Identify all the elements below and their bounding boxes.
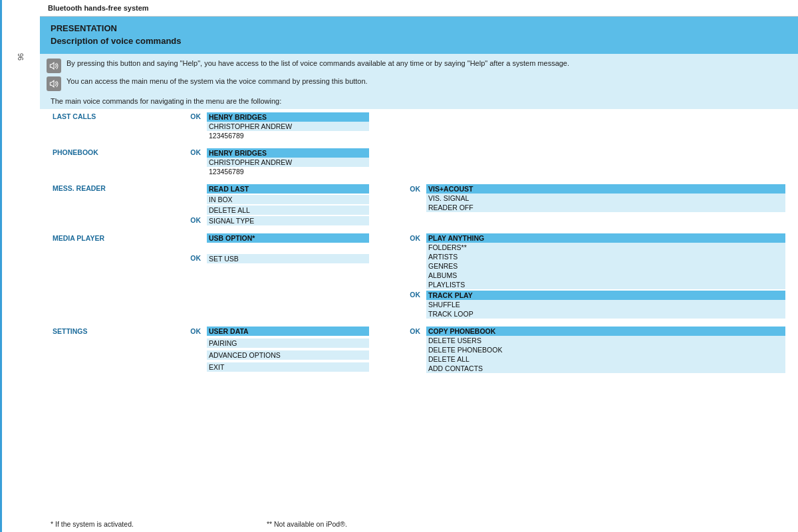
mp-l3-5: ALBUMS <box>426 271 785 280</box>
page-wrapper: 96 Bluetooth hands-free system PRESENTAT… <box>0 0 798 532</box>
mess-reader-ok1: OK <box>184 215 205 226</box>
last-calls-item-3: 123456789 <box>207 131 369 140</box>
mp-l3-1: PLAY ANYTHING <box>426 233 785 243</box>
last-calls-item-2: CHRISTOPHER ANDREW <box>207 122 369 131</box>
settings-label: SETTINGS <box>51 326 177 374</box>
description-title: Description of voice commands <box>51 36 787 46</box>
table-row: SETTINGS OK USER DATA OK COPY PHONEBOOK … <box>51 326 787 338</box>
table-row: PHONEBOOK OK HENRY BRIDGES CHRISTOPHER A… <box>51 148 787 177</box>
settings-l3-3: DELETE PHONEBOOK <box>426 345 785 354</box>
media-player-l3: PLAY ANYTHING FOLDERS** ARTISTS GENRES A… <box>424 233 787 290</box>
mp-l3-3: ARTISTS <box>426 252 785 261</box>
media-player-ok2: OK <box>398 233 424 290</box>
media-player-label: MEDIA PLAYER <box>51 233 177 319</box>
mess-reader-label: MESS. READER <box>51 184 177 226</box>
mp-l3-2: FOLDERS** <box>426 243 785 252</box>
mp-l3-4: GENRES <box>426 261 785 271</box>
mess-reader-item-3: DELETE ALL <box>205 205 371 215</box>
settings-item-1: USER DATA <box>205 326 371 338</box>
page-number: 96 <box>17 53 25 61</box>
mess-reader-l3-item-3: READER OFF <box>426 203 785 212</box>
left-margin: 96 <box>0 0 40 532</box>
settings-ok1: OK <box>184 326 205 374</box>
mess-reader-l3-item-2: VIS. SIGNAL <box>426 194 785 203</box>
info-text-1: By pressing this button and saying "Help… <box>66 58 569 69</box>
mess-reader-l3: VIS+ACOUST VIS. SIGNAL READER OFF <box>424 184 787 215</box>
footnote: * If the system is activated. ** Not ava… <box>40 516 798 532</box>
settings-l3: COPY PHONEBOOK DELETE USERS DELETE PHONE… <box>424 326 787 374</box>
media-player-ok3: OK <box>398 290 424 319</box>
footnote-right: ** Not available on iPod®. <box>267 520 347 528</box>
main-content: Bluetooth hands-free system PRESENTATION… <box>40 0 798 532</box>
table-row: LAST CALLS OK HENRY BRIDGES CHRISTOPHER … <box>51 112 787 141</box>
mp-l3-g2-2: SHUFFLE <box>426 300 785 309</box>
speaker-svg-2 <box>49 79 59 88</box>
info-row-1: By pressing this button and saying "Help… <box>47 58 787 73</box>
media-player-l3-group2: TRACK PLAY SHUFFLE TRACK LOOP <box>424 290 787 319</box>
phonebook-items: HENRY BRIDGES CHRISTOPHER ANDREW 1234567… <box>205 148 371 177</box>
mp-l3-g2-1: TRACK PLAY <box>426 291 785 300</box>
info-row-2: You can access the main menu of the syst… <box>47 76 787 91</box>
last-calls-ok: OK <box>184 112 205 141</box>
mess-reader-ok2: OK <box>398 184 424 215</box>
phonebook-item-3: 123456789 <box>207 167 369 176</box>
spacer-row <box>51 319 787 326</box>
mess-reader-item-4: SIGNAL TYPE <box>205 215 371 226</box>
settings-l3-4: DELETE ALL <box>426 354 785 364</box>
top-bar: Bluetooth hands-free system <box>40 0 798 17</box>
speaker-icon-1 <box>47 59 61 73</box>
speaker-svg-1 <box>49 61 59 70</box>
last-calls-item-1: HENRY BRIDGES <box>207 112 369 122</box>
settings-item-4: EXIT <box>205 362 371 374</box>
spacer-row <box>51 141 787 148</box>
info-text-2: You can access the main menu of the syst… <box>66 76 368 87</box>
media-player-ok1: OK <box>184 253 205 274</box>
blue-header: PRESENTATION Description of voice comman… <box>40 17 798 54</box>
phonebook-item-2: CHRISTOPHER ANDREW <box>207 158 369 167</box>
phonebook-ok: OK <box>184 148 205 177</box>
table-row: MESS. READER READ LAST OK VIS+ACOUST VIS… <box>51 184 787 194</box>
media-player-set-usb: SET USB <box>205 253 371 274</box>
phonebook-item-1: HENRY BRIDGES <box>207 148 369 158</box>
media-player-usb-option: USB OPTION* <box>205 233 371 253</box>
top-bar-title: Bluetooth hands-free system <box>48 4 149 12</box>
spacer-row <box>51 177 787 184</box>
settings-l3-1: COPY PHONEBOOK <box>426 327 785 336</box>
last-calls-items: HENRY BRIDGES CHRISTOPHER ANDREW 1234567… <box>205 112 371 141</box>
table-row: MEDIA PLAYER USB OPTION* OK PLAY ANYTHIN… <box>51 233 787 253</box>
footnote-left: * If the system is activated. <box>51 520 134 528</box>
speaker-icon-2 <box>47 76 61 91</box>
settings-l3-5: ADD CONTACTS <box>426 364 785 373</box>
settings-l3-2: DELETE USERS <box>426 336 785 345</box>
mp-l3-6: PLAYLISTS <box>426 280 785 289</box>
presentation-title: PRESENTATION <box>51 23 787 33</box>
mess-reader-item-2: IN BOX <box>205 194 371 205</box>
phonebook-label: PHONEBOOK <box>51 148 177 177</box>
last-calls-label: LAST CALLS <box>51 112 177 141</box>
info-section: By pressing this button and saying "Help… <box>40 54 798 95</box>
commands-table: LAST CALLS OK HENRY BRIDGES CHRISTOPHER … <box>40 109 798 516</box>
cmd-table: LAST CALLS OK HENRY BRIDGES CHRISTOPHER … <box>51 112 787 374</box>
mess-reader-item-1: READ LAST <box>205 184 371 194</box>
settings-item-2: PAIRING <box>205 338 371 350</box>
mess-reader-l3-item-1: VIS+ACOUST <box>426 184 785 194</box>
nav-note: The main voice commands for navigating i… <box>40 95 798 109</box>
settings-ok2: OK <box>398 326 424 374</box>
spacer-row <box>51 226 787 233</box>
settings-item-3: ADVANCED OPTIONS <box>205 350 371 362</box>
mp-l3-g2-3: TRACK LOOP <box>426 309 785 319</box>
last-calls-col3 <box>424 112 787 141</box>
